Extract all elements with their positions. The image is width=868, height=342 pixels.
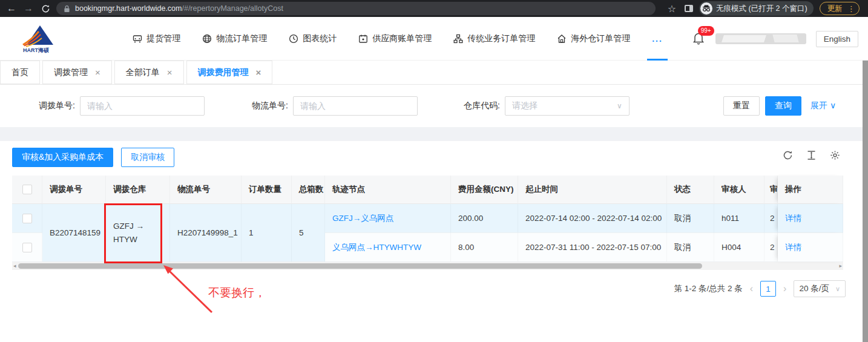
tab-home[interactable]: 首页 <box>0 61 40 84</box>
calendar-icon <box>358 34 368 44</box>
logistics-no-input[interactable] <box>293 96 418 116</box>
language-toggle-button[interactable]: English <box>816 31 858 47</box>
menu-item-pickup[interactable]: 提货管理 <box>133 17 180 61</box>
select-placeholder: 请选择 <box>512 100 538 111</box>
bookmark-star-icon[interactable]: ☆ <box>665 3 679 15</box>
warehouse-code-select[interactable]: 请选择 ∨ <box>505 96 630 116</box>
tab-allot-manage[interactable]: 调拨管理 × <box>42 61 112 84</box>
truck-icon <box>133 34 142 44</box>
tab-all-orders[interactable]: 全部订单 × <box>114 61 184 84</box>
home-icon <box>557 34 567 44</box>
tab-label: 首页 <box>12 67 28 78</box>
status-cell: 取消 <box>667 233 714 262</box>
cancel-audit-button[interactable]: 取消审核 <box>121 148 174 167</box>
clock-icon <box>289 34 298 44</box>
menu-item-chart-stats[interactable]: 图表统计 <box>289 17 337 61</box>
row-select-cell <box>12 204 42 233</box>
chrome-menu-icon[interactable]: ⋮ <box>847 4 855 13</box>
warehouse-from: GZFJ → <box>113 220 144 233</box>
tab-label: 调拨费用管理 <box>198 67 249 78</box>
gear-icon[interactable] <box>830 150 840 160</box>
pagination-total: 第 1-2 条/总共 2 条 <box>674 283 742 294</box>
main-menu: 提货管理 物流订单管理 图表统计 供应商账单管理 传统业务订单管理 海外仓订单管… <box>121 17 674 61</box>
lock-icon <box>64 5 70 13</box>
scroll-right-icon[interactable]: ▸ <box>839 262 842 270</box>
section-divider <box>0 127 868 141</box>
menu-item-overseas-warehouse[interactable]: 海外仓订单管理 <box>557 17 630 61</box>
page-vertical-scrollbar[interactable] <box>863 61 868 342</box>
page-size-select[interactable]: 20 条/页 ∨ <box>794 280 846 297</box>
box-count-cell: 5 <box>292 204 325 262</box>
search-button[interactable]: 查询 <box>765 96 801 116</box>
page-tabs: 首页 调拨管理 × 全部订单 × 调拨费用管理 × <box>0 61 868 85</box>
tab-allot-cost-manage[interactable]: 调拨费用管理 × <box>186 61 273 84</box>
pagination: 第 1-2 条/总共 2 条 ‹ 1 › 20 条/页 ∨ <box>674 280 846 297</box>
col-header: 总箱数 <box>292 176 325 204</box>
row-checkbox[interactable] <box>22 243 32 252</box>
prev-page-icon[interactable]: ‹ <box>749 283 754 294</box>
row-checkbox[interactable] <box>22 214 32 223</box>
page-number[interactable]: 1 <box>760 281 776 297</box>
incognito-label: 无痕模式 (已打开 2 个窗口) <box>716 4 807 14</box>
col-header-clipped: 审 <box>764 176 778 204</box>
menu-more[interactable]: ... <box>652 17 663 61</box>
hart-logo[interactable]: HART海硕 <box>16 24 64 53</box>
status-cell: 取消 <box>667 204 714 233</box>
table-toolbar: 审核&加入采购单成本 取消审核 <box>12 148 174 167</box>
allot-warehouse-cell: GZFJ → HTYW <box>106 204 170 262</box>
allot-no-input[interactable] <box>80 96 205 116</box>
back-icon[interactable]: ← <box>5 3 18 14</box>
col-header: 调拨单号 <box>42 176 106 204</box>
chevron-down-icon: ∨ <box>617 102 622 110</box>
nav-right-cluster: 99+ English <box>692 17 858 61</box>
filter-actions: 重置 查询 展开 ∨ <box>723 96 836 116</box>
amount-cell: 200.00 <box>451 204 518 233</box>
forward-icon[interactable]: → <box>22 3 35 14</box>
menu-item-traditional-orders[interactable]: 传统业务订单管理 <box>453 17 535 61</box>
auditor-cell: h011 <box>714 204 764 233</box>
page-size-value: 20 条/页 <box>799 283 829 294</box>
top-nav: HART海硕 提货管理 物流订单管理 图表统计 供应商账单管理 传统业务订单管理… <box>0 17 868 61</box>
detail-link[interactable]: 详情 <box>778 204 843 233</box>
menu-label: 传统业务订单管理 <box>467 33 535 44</box>
close-tab-icon[interactable]: × <box>95 67 100 77</box>
track-node-link[interactable]: 义乌网点→HTYWHTYW <box>325 233 451 262</box>
side-panel-icon[interactable] <box>685 5 693 12</box>
close-tab-icon[interactable]: × <box>256 67 261 77</box>
expand-toggle[interactable]: 展开 ∨ <box>810 100 836 111</box>
close-tab-icon[interactable]: × <box>167 67 173 77</box>
next-page-icon[interactable]: › <box>782 283 787 294</box>
reset-button[interactable]: 重置 <box>723 96 760 116</box>
sitemap-icon <box>453 34 463 44</box>
incognito-icon <box>700 2 712 15</box>
menu-label: 图表统计 <box>303 33 337 44</box>
row-select-cell <box>12 233 42 262</box>
refresh-icon[interactable] <box>783 150 793 160</box>
filter-warehouse-code: 仓库代码: 请选择 ∨ <box>464 96 630 116</box>
chrome-update-button[interactable]: 更新 ⋮ <box>820 2 860 15</box>
address-bar[interactable]: bookingmgr.hart-worldwide.com/#/repertor… <box>56 2 656 15</box>
tab-label: 全部订单 <box>126 67 160 78</box>
reload-icon[interactable] <box>41 4 50 13</box>
col-header: 调拨仓库 <box>106 176 170 204</box>
audit-time-clipped-cell: 2 <box>764 204 778 233</box>
table-horizontal-scrollbar[interactable]: ◂ ▸ <box>12 262 843 270</box>
audit-add-cost-button[interactable]: 审核&加入采购单成本 <box>12 148 113 167</box>
scroll-left-icon[interactable]: ◂ <box>13 262 16 270</box>
menu-item-logistics-orders[interactable]: 物流订单管理 <box>202 17 267 61</box>
menu-item-supplier-bills[interactable]: 供应商账单管理 <box>358 17 432 61</box>
filter-label: 调拨单号: <box>39 100 75 111</box>
url-text: bookingmgr.hart-worldwide.com/#/repertor… <box>75 4 283 13</box>
filter-allot-no: 调拨单号: <box>39 96 205 116</box>
track-node-link[interactable]: GZFJ→义乌网点 <box>325 204 451 233</box>
menu-label: 海外仓订单管理 <box>571 33 630 44</box>
notification-bell[interactable]: 99+ <box>692 31 706 46</box>
filter-label: 仓库代码: <box>464 100 500 111</box>
select-all-checkbox[interactable] <box>22 185 32 194</box>
annotation-text: 不要换行， <box>208 285 266 301</box>
scrollbar-thumb[interactable] <box>18 263 702 269</box>
detail-link[interactable]: 详情 <box>778 233 843 262</box>
svg-text:HART海硕: HART海硕 <box>23 47 49 53</box>
user-name-masked[interactable] <box>715 33 806 44</box>
row-height-icon[interactable] <box>806 150 817 160</box>
